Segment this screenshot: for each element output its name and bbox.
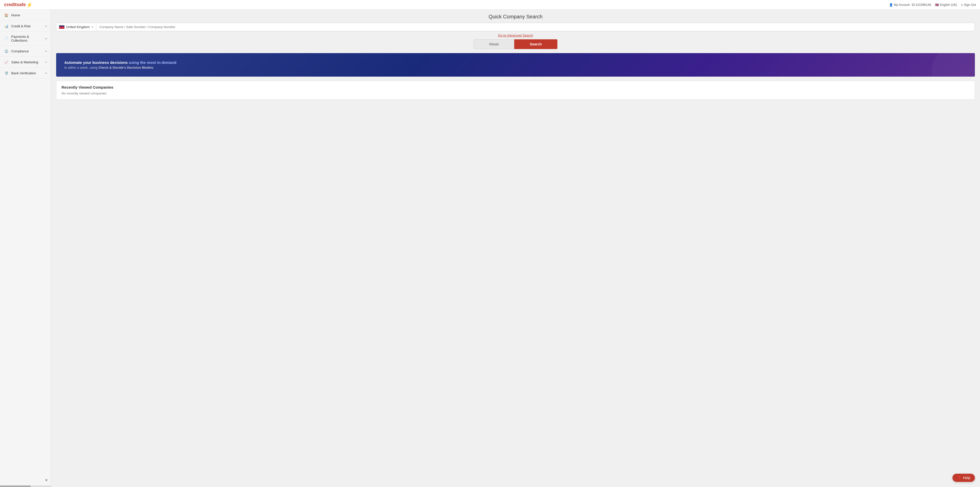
sidebar-item-label-bank: Bank Verification — [11, 71, 36, 75]
recently-viewed-section: Recently Viewed Companies No recently vi… — [56, 81, 975, 100]
country-name: United Kingdom — [66, 25, 90, 29]
chevron-down-icon-sales: ▾ — [45, 61, 47, 64]
help-icon: ❓ — [957, 476, 961, 480]
flag-icon: 🇬🇧 — [935, 3, 939, 6]
search-input[interactable] — [96, 23, 975, 31]
recently-viewed-title: Recently Viewed Companies — [62, 85, 969, 89]
sidebar-item-label-payments: Payments & Collections — [11, 35, 45, 42]
banner-brand: Check & Decide's Decision Models — [99, 65, 153, 69]
banner-text-sub: ts within a week, using Check & Decide's… — [64, 65, 967, 69]
account-id: ID:101596148 — [912, 3, 931, 6]
country-selector[interactable]: United Kingdom ▼ — [56, 23, 96, 31]
account-icon: 👤 — [889, 3, 893, 6]
sales-icon: 📈 — [4, 60, 9, 64]
search-bar: United Kingdom ▼ — [56, 23, 975, 31]
sidebar-item-compliance[interactable]: ⚖️ Compliance ▾ — [0, 46, 51, 57]
help-button[interactable]: ❓ Help — [953, 474, 975, 482]
chevron-down-icon-payments: ▾ — [45, 37, 47, 40]
sidebar-item-home[interactable]: 🏠 Home — [0, 10, 51, 21]
uk-flag-icon — [59, 25, 65, 29]
banner: Automate your business decisions using t… — [56, 53, 975, 77]
home-icon: 🏠 — [4, 13, 9, 18]
sidebar-item-bank-verification[interactable]: 🛡️ Bank Verification ▾ — [0, 68, 51, 79]
advanced-search-link-container: Go to Advanced Search — [56, 33, 975, 37]
sidebar-scrollbar-inner — [0, 485, 30, 487]
logo-lightning-icon: ⚡ — [26, 2, 33, 8]
compliance-icon: ⚖️ — [4, 49, 9, 53]
banner-main-before: Automate your business decisions — [64, 60, 127, 65]
bank-icon: 🛡️ — [4, 71, 9, 75]
header-right: 👤 My Account ID:101596148 🇬🇧 English (UK… — [889, 3, 976, 6]
sign-out-icon: ⎋ — [961, 3, 963, 6]
search-button[interactable]: Search — [514, 39, 557, 49]
my-account-label: My Account — [894, 3, 910, 6]
sidebar-item-label-sales: Sales & Marketing — [11, 60, 38, 64]
sidebar-scrollbar — [0, 485, 51, 487]
main-content: Quick Company Search United Kingdom ▼ Go… — [51, 10, 980, 487]
language-link[interactable]: 🇬🇧 English (UK) — [935, 3, 957, 6]
sidebar-item-label-credit-risk: Credit & Risk — [11, 24, 30, 28]
header: creditsafe⚡ 👤 My Account ID:101596148 🇬🇧… — [0, 0, 980, 10]
payments-icon: 📄 — [4, 36, 9, 41]
search-buttons: Reset Search — [56, 39, 975, 49]
banner-sub-after: . — [153, 65, 154, 69]
sign-out-label: Sign Out — [964, 3, 976, 6]
country-chevron-icon: ▼ — [91, 26, 94, 28]
advanced-search-link[interactable]: Go to Advanced Search — [498, 34, 533, 37]
page-title: Quick Company Search — [51, 10, 980, 23]
my-account-link[interactable]: 👤 My Account ID:101596148 — [889, 3, 931, 6]
sidebar-close-button[interactable]: × — [45, 477, 48, 483]
sidebar-item-credit-risk[interactable]: 📊 Credit & Risk ▾ — [0, 21, 51, 32]
sidebar: 🏠 Home 📊 Credit & Risk ▾ 📄 Payments & Co… — [0, 10, 51, 487]
help-label: Help — [963, 476, 970, 480]
sidebar-item-payments-collections[interactable]: 📄 Payments & Collections ▾ — [0, 32, 51, 46]
search-area: United Kingdom ▼ Go to Advanced Search R… — [51, 23, 980, 53]
chevron-down-icon-compliance: ▾ — [45, 50, 47, 53]
banner-main-highlight: using the most in-demand — [127, 60, 177, 65]
app-body: 🏠 Home 📊 Credit & Risk ▾ 📄 Payments & Co… — [0, 10, 980, 487]
sign-out-link[interactable]: ⎋ Sign Out — [961, 3, 976, 6]
reset-button[interactable]: Reset — [474, 39, 514, 49]
recently-viewed-empty: No recently viewed companies — [62, 91, 969, 95]
sidebar-item-label-compliance: Compliance — [11, 49, 29, 53]
logo[interactable]: creditsafe⚡ — [4, 2, 33, 8]
banner-text-main: Automate your business decisions using t… — [64, 60, 967, 65]
credit-risk-icon: 📊 — [4, 24, 9, 28]
sidebar-item-sales-marketing[interactable]: 📈 Sales & Marketing ▾ — [0, 57, 51, 68]
logo-safe: safe — [17, 2, 26, 7]
chevron-down-icon: ▾ — [45, 25, 47, 27]
language-label: English (UK) — [940, 3, 957, 6]
chevron-down-icon-bank: ▾ — [45, 72, 47, 75]
banner-sub-before: ts within a week, using — [64, 65, 99, 69]
logo-credit: credit — [4, 2, 17, 7]
sidebar-item-label-home: Home — [11, 13, 20, 17]
